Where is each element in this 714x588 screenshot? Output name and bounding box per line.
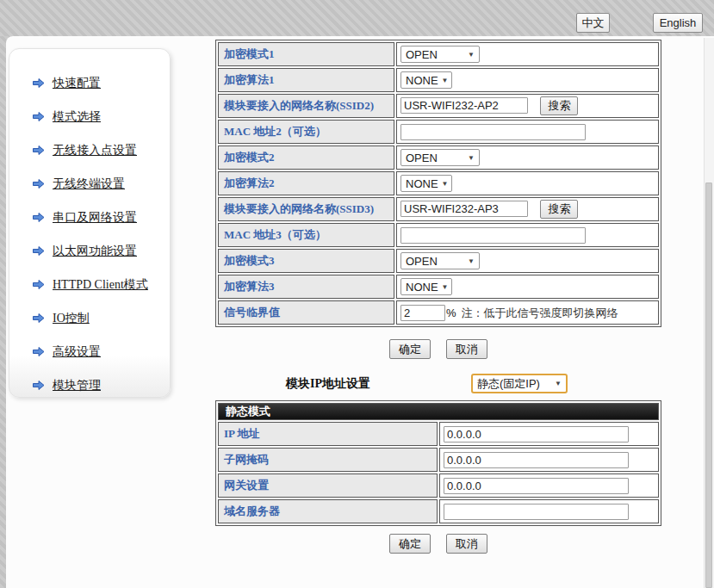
arrow-right-icon (32, 145, 46, 156)
vertical-scrollbar[interactable] (704, 38, 714, 588)
settings-form: 加密模式1 OPEN▼ 加密算法1 NONE▼ 模块要接入的网络名称(SSID2… (215, 40, 661, 554)
sidebar-item-advanced-settings[interactable]: 高级设置 (32, 335, 170, 368)
table-header-row: 静态模式 (218, 403, 659, 420)
row-label: 模块要接入的网络名称(SSID3) (218, 197, 394, 221)
sidebar-item-module-management[interactable]: 模块管理 (32, 368, 170, 402)
arrow-right-icon (32, 313, 46, 324)
signal-threshold-note: 注：低于此信号强度即切换网络 (462, 306, 618, 319)
row-label: 加密模式1 (218, 42, 394, 66)
row-label: 网关设置 (218, 473, 438, 498)
ip-mode-row: 模块IP地址设置 静态(固定IP)▼ (215, 374, 661, 396)
mac3-input[interactable] (400, 227, 586, 244)
table-row: 域名服务器 (218, 499, 659, 523)
mac2-input[interactable] (400, 124, 586, 140)
row-label: 加密算法1 (218, 68, 394, 92)
sidebar-link[interactable]: 高级设置 (53, 344, 101, 360)
static-mode-header: 静态模式 (218, 403, 659, 420)
arrow-right-icon (32, 111, 46, 122)
sidebar-link[interactable]: 模块管理 (53, 378, 101, 393)
ip-settings-title: 模块IP地址设置 (286, 376, 370, 392)
sidebar-link[interactable]: 快速配置 (53, 76, 101, 91)
sidebar-link[interactable]: 无线接入点设置 (53, 143, 137, 158)
gateway-input[interactable] (444, 478, 629, 494)
sidebar-link[interactable]: 以太网功能设置 (53, 244, 137, 259)
ssid3-input[interactable] (400, 201, 528, 217)
row-label: 加密模式3 (218, 249, 394, 273)
arrow-right-icon (32, 346, 46, 357)
table-row: IP 地址 (218, 422, 659, 446)
table-row: 信号临界值 %注：低于此信号强度即切换网络 (218, 300, 659, 325)
lang-english-button[interactable]: English (653, 13, 703, 33)
table-row: 子网掩码 (218, 448, 659, 472)
table-row: 加密算法3 NONE▼ (218, 275, 659, 299)
signal-threshold-input[interactable] (400, 305, 445, 321)
dns-server-input[interactable] (444, 504, 629, 520)
sta-ok-button[interactable]: 确定 (389, 339, 431, 359)
row-label: 加密算法2 (218, 171, 394, 195)
chevron-down-icon: ▼ (442, 77, 449, 84)
static-ip-table: 静态模式 IP 地址 子网掩码 网关设置 域名服务器 (215, 400, 661, 526)
chevron-down-icon: ▼ (442, 283, 449, 291)
scrollbar-thumb[interactable] (705, 183, 712, 588)
sta-cancel-button[interactable]: 取消 (446, 339, 487, 359)
ip-mode-select[interactable]: 静态(固定IP)▼ (471, 374, 568, 393)
chevron-down-icon: ▼ (468, 257, 475, 265)
sidebar-item-uart-network-settings[interactable]: 串口及网络设置 (32, 201, 170, 234)
table-row: 加密模式1 OPEN▼ (218, 42, 659, 66)
ip-address-input[interactable] (444, 426, 629, 443)
table-row: 网关设置 (218, 473, 659, 498)
ssid3-search-button[interactable]: 搜索 (540, 200, 578, 219)
table-row: MAC 地址3（可选） (218, 223, 659, 247)
sta-settings-table: 加密模式1 OPEN▼ 加密算法1 NONE▼ 模块要接入的网络名称(SSID2… (215, 40, 661, 327)
arrow-right-icon (32, 245, 46, 257)
lang-chinese-button[interactable]: 中文 (576, 13, 610, 33)
table-row: 加密模式2 OPEN▼ (218, 145, 659, 170)
chevron-down-icon: ▼ (468, 51, 475, 59)
encryption-mode-2-select[interactable]: OPEN▼ (400, 149, 480, 166)
arrow-right-icon (32, 279, 46, 290)
sidebar-item-wireless-sta-settings[interactable]: 无线终端设置 (32, 167, 170, 201)
row-label: 域名服务器 (218, 499, 438, 523)
sta-form-buttons: 确定 取消 (215, 339, 661, 359)
row-label: MAC 地址2（可选） (218, 120, 394, 144)
encryption-algorithm-2-select[interactable]: NONE▼ (400, 175, 452, 192)
row-label: 加密模式2 (218, 145, 394, 170)
table-row: 模块要接入的网络名称(SSID3) 搜索 (218, 197, 659, 221)
sidebar-item-ethernet-settings[interactable]: 以太网功能设置 (32, 234, 170, 268)
sidebar-item-mode-select[interactable]: 模式选择 (32, 100, 170, 133)
table-row: MAC 地址2（可选） (218, 120, 659, 144)
row-label: 信号临界值 (218, 300, 394, 325)
sidebar-nav: 快速配置 模式选择 无线接入点设置 无线终端设置 串口及网络设置 以太网功能设置… (9, 48, 171, 398)
table-row: 加密算法1 NONE▼ (218, 68, 659, 92)
sidebar-link[interactable]: 模式选择 (53, 109, 101, 125)
chevron-down-icon: ▼ (555, 380, 562, 387)
sidebar-link[interactable]: 无线终端设置 (53, 176, 125, 192)
table-row: 加密算法2 NONE▼ (218, 171, 659, 195)
row-label: 加密算法3 (218, 275, 394, 299)
subnet-mask-input[interactable] (444, 452, 629, 468)
ssid2-input[interactable] (400, 97, 528, 114)
sidebar-link[interactable]: IO控制 (53, 311, 90, 326)
ssid2-search-button[interactable]: 搜索 (540, 96, 578, 115)
ip-cancel-button[interactable]: 取消 (446, 534, 487, 554)
arrow-right-icon (32, 380, 46, 391)
arrow-right-icon (32, 77, 46, 89)
sidebar-link[interactable]: 串口及网络设置 (53, 210, 137, 226)
row-label: 模块要接入的网络名称(SSID2) (218, 94, 394, 118)
table-row: 加密模式3 OPEN▼ (218, 249, 659, 273)
encryption-mode-1-select[interactable]: OPEN▼ (400, 46, 480, 63)
content-area: 快速配置 模式选择 无线接入点设置 无线终端设置 串口及网络设置 以太网功能设置… (6, 36, 714, 588)
sidebar-link[interactable]: HTTPD Client模式 (53, 277, 148, 293)
row-label: MAC 地址3（可选） (218, 223, 394, 247)
chevron-down-icon: ▼ (442, 180, 449, 188)
encryption-mode-3-select[interactable]: OPEN▼ (400, 252, 480, 269)
sidebar-item-io-control[interactable]: IO控制 (32, 301, 170, 335)
sidebar-item-wireless-ap-settings[interactable]: 无线接入点设置 (32, 133, 170, 167)
encryption-algorithm-3-select[interactable]: NONE▼ (400, 278, 452, 295)
header-bar: 中文 English (0, 0, 714, 36)
sidebar-item-httpd-client-mode[interactable]: HTTPD Client模式 (32, 268, 170, 301)
sidebar-item-quick-config[interactable]: 快速配置 (32, 66, 170, 100)
ip-ok-button[interactable]: 确定 (389, 534, 431, 554)
table-row: 模块要接入的网络名称(SSID2) 搜索 (218, 94, 659, 118)
encryption-algorithm-1-select[interactable]: NONE▼ (400, 71, 452, 89)
